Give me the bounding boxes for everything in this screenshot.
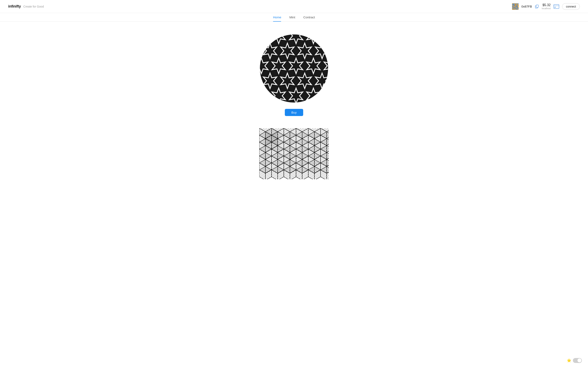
svg-marker-113	[324, 88, 329, 103]
svg-rect-3	[515, 3, 515, 4]
header-right: 0x87FB $5.32 localhost connect	[512, 3, 580, 9]
nft-circle-container: Buy	[259, 34, 329, 116]
nav: Home Mint Contract	[0, 13, 588, 22]
svg-rect-67	[554, 5, 559, 6]
svg-marker-109	[259, 88, 268, 103]
svg-rect-31	[518, 6, 519, 7]
svg-rect-53	[516, 8, 517, 9]
svg-rect-33	[513, 7, 514, 7]
wallet-avatar-icon	[512, 3, 519, 10]
svg-rect-49	[513, 8, 514, 9]
header: infinifty Create for Good	[0, 0, 588, 13]
svg-rect-0	[512, 3, 513, 4]
balance-amount: $5.32	[543, 3, 551, 7]
wallet-card-icon[interactable]	[553, 4, 559, 9]
svg-rect-38	[517, 7, 518, 7]
nav-item-mint[interactable]: Mint	[289, 16, 295, 21]
svg-rect-55	[518, 8, 519, 9]
svg-rect-37	[516, 7, 517, 7]
svg-rect-18	[514, 5, 515, 6]
svg-rect-48	[512, 8, 513, 9]
svg-rect-16	[512, 5, 513, 6]
nft-rect-container	[259, 128, 329, 179]
theme-toggle-switch[interactable]	[573, 358, 582, 363]
svg-rect-23	[518, 5, 519, 6]
nav-item-home[interactable]: Home	[273, 16, 281, 21]
nft-circle	[259, 34, 329, 103]
balance-container: $5.32 localhost	[542, 3, 551, 9]
svg-rect-13	[516, 4, 517, 5]
svg-rect-17	[513, 5, 514, 6]
nav-item-contract[interactable]: Contract	[303, 16, 315, 21]
svg-rect-36	[515, 7, 516, 7]
svg-rect-12	[515, 4, 516, 5]
svg-rect-66	[554, 4, 559, 8]
svg-rect-62	[517, 9, 518, 10]
svg-rect-29	[516, 6, 517, 7]
svg-rect-10	[514, 4, 515, 5]
svg-rect-24	[512, 6, 513, 7]
svg-rect-4	[515, 3, 516, 4]
svg-rect-47	[518, 7, 519, 8]
svg-marker-116	[263, 103, 277, 103]
svg-rect-65	[536, 5, 538, 7]
nft-rect	[259, 128, 329, 179]
svg-rect-61	[516, 9, 517, 10]
svg-rect-57	[513, 9, 514, 10]
svg-rect-60	[515, 9, 516, 10]
svg-rect-51	[515, 8, 515, 9]
svg-rect-7	[518, 3, 519, 4]
main-content: Buy	[0, 22, 588, 187]
header-left: infinifty Create for Good	[8, 4, 44, 8]
wallet-address: 0x87FB	[521, 5, 532, 8]
toggle-knob	[577, 359, 581, 363]
svg-rect-54	[517, 8, 518, 9]
svg-rect-40	[512, 7, 513, 8]
svg-marker-118	[298, 103, 311, 103]
svg-marker-119	[315, 103, 329, 103]
svg-rect-56	[512, 9, 513, 10]
svg-marker-117	[281, 103, 294, 103]
svg-rect-11	[515, 4, 515, 5]
brand-tagline: Create for Good	[23, 5, 44, 8]
svg-rect-34	[514, 7, 515, 7]
theme-toggle-area: ⭐	[567, 358, 582, 363]
svg-rect-35	[515, 7, 515, 7]
svg-marker-81	[259, 34, 268, 44]
svg-rect-27	[515, 6, 515, 7]
svg-rect-44	[515, 7, 516, 8]
svg-rect-50	[514, 8, 515, 9]
svg-rect-32	[512, 7, 513, 7]
svg-rect-46	[517, 7, 518, 8]
svg-rect-21	[516, 5, 517, 6]
svg-rect-59	[515, 9, 515, 10]
svg-rect-25	[513, 6, 514, 7]
svg-rect-63	[518, 9, 519, 10]
svg-rect-52	[515, 8, 516, 9]
svg-rect-42	[514, 7, 515, 8]
svg-rect-68	[554, 7, 556, 7]
svg-rect-9	[513, 4, 514, 5]
svg-rect-5	[516, 3, 517, 4]
svg-rect-22	[517, 5, 518, 6]
svg-marker-85	[324, 34, 329, 44]
svg-rect-30	[517, 6, 518, 7]
connect-button[interactable]: connect	[562, 3, 580, 10]
buy-button[interactable]: Buy	[285, 109, 303, 116]
svg-rect-69	[554, 8, 555, 8]
svg-rect-15	[518, 4, 519, 5]
star-icon: ⭐	[567, 358, 571, 363]
svg-rect-6	[517, 3, 518, 4]
svg-rect-14	[517, 4, 518, 5]
svg-rect-58	[514, 9, 515, 10]
svg-rect-41	[513, 7, 514, 8]
brand-name: infinifty	[8, 4, 21, 8]
copy-icon[interactable]	[535, 4, 539, 8]
svg-rect-28	[515, 6, 516, 7]
svg-rect-20	[515, 5, 516, 6]
svg-rect-26	[514, 6, 515, 7]
svg-rect-19	[515, 5, 515, 6]
svg-rect-45	[516, 7, 517, 8]
svg-rect-8	[512, 4, 513, 5]
nft-rect-svg	[259, 128, 329, 179]
